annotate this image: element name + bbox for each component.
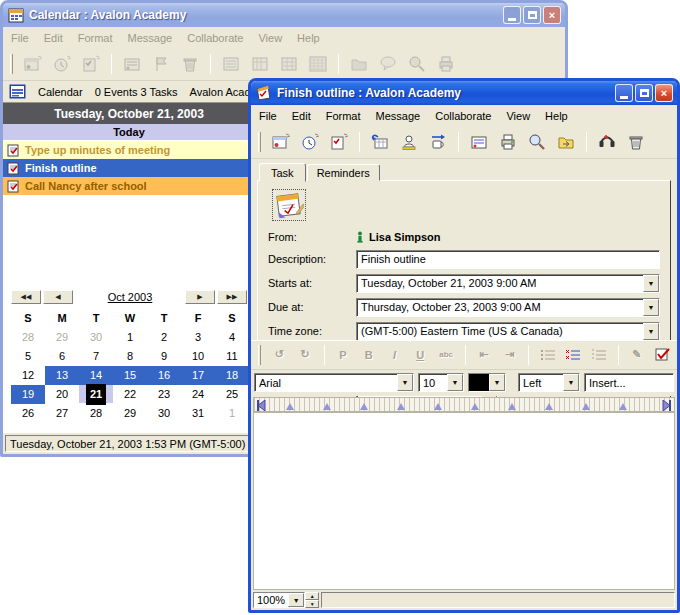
mini-calendar-day[interactable]: 30 [79,328,113,347]
chevron-down-icon[interactable]: ▼ [288,593,304,607]
font-family-select[interactable]: Arial ▼ [254,373,414,392]
menu-item-message[interactable]: Message [376,110,421,122]
year-view-icon[interactable] [306,52,330,76]
chevron-down-icon[interactable]: ▼ [643,275,659,292]
tab-calendar[interactable]: Calendar [38,86,83,98]
schedule-send-icon[interactable] [368,130,392,154]
mini-calendar-day[interactable]: 1 [113,328,147,347]
chevron-down-icon[interactable]: ▼ [447,374,463,391]
mini-calendar-day[interactable]: 24 [181,385,215,404]
mini-calendar-day[interactable]: 12 [11,366,45,385]
calendar-titlebar[interactable]: Calendar : Avalon Academy × [3,3,565,27]
printer-icon[interactable] [496,130,520,154]
italic-icon[interactable]: I [384,345,405,365]
week-view-icon[interactable] [248,52,272,76]
signature-icon[interactable]: ✎ [627,345,648,365]
next-month-button[interactable]: ▶ [185,290,215,304]
ruler-tabstop[interactable] [508,403,516,410]
tab-reminders[interactable]: Reminders [307,164,380,181]
attendee-icon[interactable] [397,130,421,154]
ruler-tabstop[interactable] [619,403,627,410]
menu-item-collaborate[interactable]: Collaborate [435,110,491,122]
timezone-select[interactable]: (GMT-5:00) Eastern Time (US & Canada) ▼ [356,322,660,341]
close-button[interactable]: × [543,6,561,24]
undo-icon[interactable]: ↺ [269,345,290,365]
ruler-tabstop[interactable] [397,403,405,410]
left-margin-marker[interactable] [256,399,266,412]
resend-icon[interactable] [426,130,450,154]
ruler[interactable] [253,397,675,412]
minimize-button[interactable] [503,6,521,24]
flag-icon[interactable] [149,52,173,76]
new-task-icon[interactable] [327,130,351,154]
new-task-icon[interactable] [79,52,103,76]
indent-icon[interactable]: ⇥ [499,345,520,365]
insert-select[interactable]: Insert... [584,373,674,392]
new-alarm-icon[interactable] [298,130,322,154]
task-titlebar[interactable]: Finish outline : Avalon Academy × [251,81,677,105]
numbered-list-icon[interactable] [589,345,610,365]
menu-item-edit[interactable]: Edit [44,32,63,44]
new-alarm-icon[interactable] [50,52,74,76]
mini-calendar-day[interactable]: 19 [11,385,45,404]
chevron-down-icon[interactable]: ▼ [397,374,413,391]
prev-year-button[interactable]: ◀◀ [11,290,41,304]
mini-calendar-day[interactable]: 29 [113,404,147,423]
ruler-tabstop[interactable] [286,403,294,410]
month-view-icon[interactable] [277,52,301,76]
zoom-control[interactable]: 100% ▼ [253,592,305,608]
mini-calendar-day[interactable]: 11 [215,347,249,366]
list-view-icon[interactable] [219,52,243,76]
mini-calendar-day[interactable]: 28 [11,328,45,347]
menu-item-format[interactable]: Format [326,110,361,122]
prev-month-button[interactable]: ◀ [43,290,73,304]
menu-item-view[interactable]: View [258,32,282,44]
menu-item-collaborate[interactable]: Collaborate [187,32,243,44]
starts-at-select[interactable]: Tuesday, October 21, 2003 9:00 AM ▼ [356,274,660,293]
mini-calendar-day[interactable]: 30 [147,404,181,423]
mini-calendar-day[interactable]: 5 [11,347,45,366]
mini-calendar-day[interactable]: 23 [147,385,181,404]
mini-calendar-day[interactable]: 18 [215,366,249,385]
underline-icon[interactable]: U [410,345,431,365]
align-select[interactable]: Left ▼ [518,373,580,392]
description-input[interactable]: Finish outline [356,250,660,269]
maximize-button[interactable] [635,84,653,102]
mini-calendar-day[interactable]: 28 [79,404,113,423]
search-icon[interactable] [405,52,429,76]
menu-item-view[interactable]: View [506,110,530,122]
bullet-list-icon[interactable] [537,345,558,365]
task-list-item[interactable]: Finish outline [3,159,255,177]
mini-calendar-day[interactable]: 29 [45,328,79,347]
ruler-tabstop[interactable] [471,403,479,410]
new-event-icon[interactable] [21,52,45,76]
trash-icon[interactable] [178,52,202,76]
phone-dial-icon[interactable] [595,130,619,154]
editor-body[interactable] [253,412,675,591]
mini-calendar-day[interactable]: 21 [79,385,113,404]
chevron-down-icon[interactable]: ▼ [489,374,505,391]
mini-calendar-day[interactable]: 27 [45,404,79,423]
spellcheck-icon[interactable] [652,345,673,365]
menu-item-help[interactable]: Help [297,32,320,44]
mini-calendar-day[interactable]: 16 [147,366,181,385]
menu-item-message[interactable]: Message [128,32,173,44]
font-color-select[interactable]: ▼ [468,373,506,392]
bold-icon[interactable]: B [358,345,379,365]
task-list-item[interactable]: Call Nancy after school [3,177,255,195]
chevron-down-icon[interactable]: ▼ [563,374,579,391]
ruler-tabstop[interactable] [434,403,442,410]
search-icon[interactable] [525,130,549,154]
next-year-button[interactable]: ▶▶ [217,290,247,304]
toolbar-grip[interactable] [258,345,261,365]
menu-item-edit[interactable]: Edit [292,110,311,122]
mini-calendar-day[interactable]: 20 [45,385,79,404]
task-list-icon[interactable] [563,345,584,365]
properties-card-icon[interactable] [120,52,144,76]
mini-calendar-day[interactable]: 6 [45,347,79,366]
mini-calendar-day[interactable]: 3 [181,328,215,347]
menu-item-file[interactable]: File [11,32,29,44]
mini-calendar-day[interactable]: 1 [215,404,249,423]
minimize-button[interactable] [615,84,633,102]
trash-icon[interactable] [624,130,648,154]
